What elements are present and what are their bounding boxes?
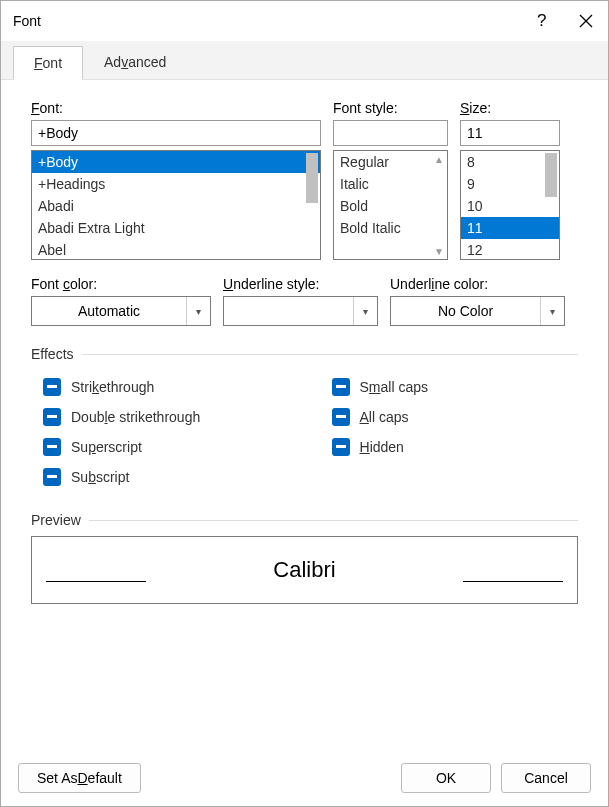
tab-font[interactable]: Font	[13, 46, 83, 80]
small-caps-label: Small caps	[360, 379, 428, 395]
tab-font-label: ont	[43, 55, 62, 71]
underline-style-label: Underline style:	[223, 276, 378, 292]
underline-color-value: No Color	[391, 297, 540, 325]
cancel-button[interactable]: Cancel	[501, 763, 591, 793]
scroll-up-icon[interactable]: ▲	[431, 151, 447, 167]
underline-color-dropdown[interactable]: No Color ▾	[390, 296, 565, 326]
chevron-down-icon: ▾	[186, 297, 210, 325]
help-button[interactable]: ?	[518, 1, 563, 41]
hidden-checkbox[interactable]	[332, 438, 350, 456]
list-item[interactable]: Abel	[32, 239, 320, 260]
font-listbox[interactable]: +Body +Headings Abadi Abadi Extra Light …	[31, 150, 321, 260]
chevron-down-icon: ▾	[540, 297, 564, 325]
list-item[interactable]: Abadi Extra Light	[32, 217, 320, 239]
font-color-label: Font color:	[31, 276, 211, 292]
preview-heading: Preview	[31, 512, 578, 528]
scroll-down-icon[interactable]: ▼	[431, 243, 447, 259]
all-caps-label: All caps	[360, 409, 409, 425]
underline-style-dropdown[interactable]: ▾	[223, 296, 378, 326]
font-input[interactable]	[31, 120, 321, 146]
underline-style-value	[224, 297, 353, 325]
list-item[interactable]: Abadi	[32, 195, 320, 217]
tab-advanced-label: anced	[128, 54, 166, 70]
preview-box: Calibri	[31, 536, 578, 604]
preview-text: Calibri	[273, 557, 335, 583]
close-button[interactable]	[563, 1, 608, 41]
size-label: Size:	[460, 100, 560, 116]
underline-color-label: Underline color:	[390, 276, 565, 292]
tabbar: Font Advanced	[1, 41, 608, 80]
font-label: Font:	[31, 100, 321, 116]
all-caps-checkbox[interactable]	[332, 408, 350, 426]
scrollbar[interactable]	[543, 151, 559, 259]
size-input[interactable]	[460, 120, 560, 146]
list-item[interactable]: +Body	[32, 151, 320, 173]
scrollbar[interactable]	[304, 151, 320, 259]
list-item[interactable]: +Headings	[32, 173, 320, 195]
subscript-checkbox[interactable]	[43, 468, 61, 486]
double-strikethrough-label: Double strikethrough	[71, 409, 200, 425]
superscript-checkbox[interactable]	[43, 438, 61, 456]
chevron-down-icon: ▾	[353, 297, 377, 325]
dialog-footer: Set As Default OK Cancel	[0, 749, 609, 807]
font-color-dropdown[interactable]: Automatic ▾	[31, 296, 211, 326]
font-style-listbox[interactable]: Regular Italic Bold Bold Italic ▲ ▼	[333, 150, 448, 260]
size-listbox[interactable]: 8 9 10 11 12	[460, 150, 560, 260]
tab-advanced[interactable]: Advanced	[83, 45, 187, 79]
scrollbar[interactable]: ▲ ▼	[431, 151, 447, 259]
font-style-input[interactable]	[333, 120, 448, 146]
titlebar: Font ?	[1, 1, 608, 41]
superscript-label: Superscript	[71, 439, 142, 455]
dialog-title: Font	[13, 13, 518, 29]
strikethrough-label: Strikethrough	[71, 379, 154, 395]
effects-heading: Effects	[31, 346, 578, 362]
font-color-value: Automatic	[32, 297, 186, 325]
hidden-label: Hidden	[360, 439, 404, 455]
strikethrough-checkbox[interactable]	[43, 378, 61, 396]
svg-text:?: ?	[537, 12, 546, 30]
font-style-label: Font style:	[333, 100, 448, 116]
small-caps-checkbox[interactable]	[332, 378, 350, 396]
set-default-button[interactable]: Set As Default	[18, 763, 141, 793]
subscript-label: Subscript	[71, 469, 129, 485]
double-strikethrough-checkbox[interactable]	[43, 408, 61, 426]
ok-button[interactable]: OK	[401, 763, 491, 793]
